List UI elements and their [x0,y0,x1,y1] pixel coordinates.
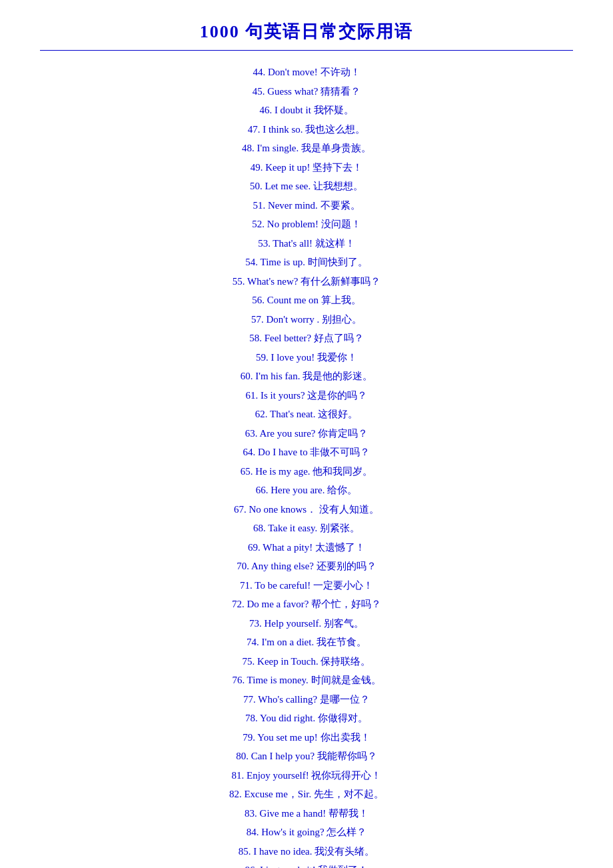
list-item: 82. Excuse me，Sir. 先生，对不起。 [40,785,573,804]
list-item: 83. Give me a hand! 帮帮我！ [40,804,573,823]
list-item: 58. Feel better? 好点了吗？ [40,329,573,348]
list-item: 77. Who's calling? 是哪一位？ [40,690,573,709]
list-item: 67. No one knows． 没有人知道。 [40,500,573,519]
list-item: 63. Are you sure? 你肯定吗？ [40,424,573,443]
list-item: 78. You did right. 你做得对。 [40,709,573,728]
page-title: 1000 句英语日常交际用语 [40,20,573,43]
list-item: 44. Don't move! 不许动！ [40,63,573,82]
list-item: 46. I doubt it 我怀疑。 [40,101,573,120]
list-item: 74. I'm on a diet. 我在节食。 [40,633,573,652]
list-item: 52. No problem! 没问题！ [40,215,573,234]
list-item: 50. Let me see. 让我想想。 [40,177,573,196]
list-item: 59. I love you! 我爱你！ [40,348,573,367]
list-item: 73. Help yourself. 别客气。 [40,614,573,633]
list-item: 65. He is my age. 他和我同岁。 [40,462,573,481]
list-item: 76. Time is money. 时间就是金钱。 [40,671,573,690]
list-item: 70. Any thing else? 还要别的吗？ [40,557,573,576]
list-item: 85. I have no idea. 我没有头绪。 [40,842,573,861]
list-item: 84. How's it going? 怎么样？ [40,823,573,842]
list-item: 64. Do I have to 非做不可吗？ [40,443,573,462]
list-item: 72. Do me a favor? 帮个忙，好吗？ [40,595,573,614]
list-item: 66. Here you are. 给你。 [40,481,573,500]
list-item: 47. I think so. 我也这么想。 [40,120,573,139]
title-divider [40,50,573,51]
list-item: 86. I just made it! 我做到了！ [40,861,573,868]
list-item: 79. You set me up! 你出卖我！ [40,728,573,747]
list-item: 80. Can I help you? 我能帮你吗？ [40,747,573,766]
phrases-list: 44. Don't move! 不许动！45. Guess what? 猜猜看？… [40,63,573,868]
list-item: 69. What a pity! 太遗憾了！ [40,538,573,557]
list-item: 62. That's neat. 这很好。 [40,405,573,424]
list-item: 45. Guess what? 猜猜看？ [40,82,573,101]
list-item: 56. Count me on 算上我。 [40,291,573,310]
list-item: 71. To be careful! 一定要小心！ [40,576,573,595]
list-item: 81. Enjoy yourself! 祝你玩得开心！ [40,766,573,785]
list-item: 53. That's all! 就这样！ [40,234,573,253]
list-item: 68. Take it easy. 别紧张。 [40,519,573,538]
list-item: 51. Never mind. 不要紧。 [40,196,573,215]
list-item: 55. What's new? 有什么新鲜事吗？ [40,272,573,291]
list-item: 75. Keep in Touch. 保持联络。 [40,652,573,671]
list-item: 60. I'm his fan. 我是他的影迷。 [40,367,573,386]
list-item: 54. Time is up. 时间快到了。 [40,253,573,272]
list-item: 49. Keep it up! 坚持下去！ [40,158,573,177]
list-item: 48. I'm single. 我是单身贵族。 [40,139,573,158]
list-item: 57. Don't worry . 别担心。 [40,310,573,329]
list-item: 61. Is it yours? 这是你的吗？ [40,386,573,405]
